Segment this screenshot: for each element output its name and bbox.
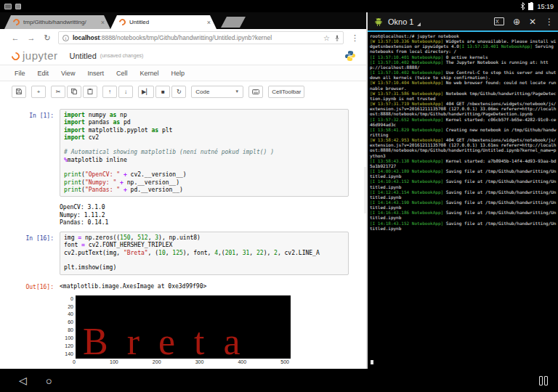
terminal-header: Okno 1 X ⊕ ✕ ⋮	[368, 12, 558, 32]
notebook-cells-area: In [1]: import numpy as npimport pandas …	[0, 102, 366, 369]
interrupt-kernel-button[interactable]: ■	[155, 86, 170, 98]
terminal-window: Okno 1 X ⊕ ✕ ⋮ root@localhost:/# jupyter…	[368, 12, 558, 369]
stdout-text: OpenCV: 3.1.0Numpy: 1.11.2Pandas: 0.14.1	[60, 202, 349, 226]
jupyter-notebook-page: jupyter Untitled (unsaved changes) FileE…	[0, 46, 366, 369]
chevron-down-icon: ▼	[235, 89, 239, 94]
notification-app-icon	[15, 4, 21, 9]
special-keys-icon[interactable]: X	[494, 17, 504, 25]
y-tick-label: 60	[60, 319, 73, 327]
text-line: [I 14:12:43.154 NotebookApp] Saving file…	[370, 189, 558, 200]
cell-type-dropdown[interactable]: Code ▼	[191, 86, 243, 98]
code-input[interactable]: img = np.zeros((150, 512, 3), np.uint8)f…	[60, 232, 349, 274]
menu-item[interactable]: File	[15, 70, 25, 77]
bookmark-star-icon[interactable]: ☆	[323, 34, 330, 42]
terminal-output[interactable]: root@localhost:/# jupyter notebook[W 13:…	[368, 32, 558, 354]
url-bar[interactable]: i localhost:8888/notebooks/tmp/Github/ha…	[58, 31, 344, 44]
y-tick-label: 140	[60, 351, 73, 359]
x-tick-label: 300	[195, 359, 204, 365]
x-tick-label: 100	[110, 359, 118, 365]
text-line: import cv2	[64, 134, 344, 142]
input-prompt: In [16]:	[0, 232, 60, 274]
menu-item[interactable]: Insert	[87, 70, 104, 77]
android-screen: 15:19 tmp/Github/handwritting/ × Untitle…	[0, 0, 558, 392]
window-selector[interactable]: Okno 1	[388, 17, 421, 26]
status-clock: 15:19	[537, 3, 554, 10]
python-logo-icon	[344, 50, 356, 62]
page-scrollbar[interactable]	[364, 167, 366, 213]
cell-1-output: OpenCV: 3.1.0Numpy: 1.11.2Pandas: 0.14.1	[0, 202, 349, 226]
insert-cell-button[interactable]: +	[31, 86, 46, 98]
code-input[interactable]: import numpy as npimport pandas as pdimp…	[60, 109, 349, 197]
close-window-icon[interactable]: ✕	[529, 17, 536, 27]
new-tab-button[interactable]	[221, 17, 246, 28]
menu-item[interactable]: Cell	[116, 70, 128, 77]
text-line: %matplotlib inline	[64, 157, 344, 164]
text-line: [I 14:10:43.152 NotebookApp] Saving file…	[370, 179, 558, 189]
url-text: localhost:8888/notebooks/tmp/Github/hand…	[73, 34, 319, 41]
copy-cell-button[interactable]	[67, 86, 81, 98]
cell-2-output: Out[16]: <matplotlib.image.AxesImage at …	[0, 280, 349, 291]
notebook-title[interactable]: Untitled	[70, 52, 97, 60]
text-line: root@localhost:/# jupyter notebook	[370, 33, 558, 38]
stdout-line: Pandas: 0.14.1	[60, 219, 349, 226]
jupyter-logo[interactable]: jupyter	[12, 49, 58, 62]
text-line: [I 13:57:10.401 NotebookApp] 0 active ke…	[370, 54, 558, 60]
stdout-line: OpenCV: 3.1.0	[60, 204, 349, 211]
cell-2-plot-output: 020406080100120140 Breta 010020030040050…	[0, 293, 349, 365]
y-tick-label: 0	[60, 295, 73, 303]
text-line: [I 13:57:10.402 NotebookApp] Use Control…	[370, 70, 558, 80]
tab-handwritting[interactable]: tmp/Github/handwritting/ ×	[4, 15, 110, 29]
code-cell-2[interactable]: In [16]: img = np.zeros((150, 512, 3), n…	[0, 232, 349, 274]
forward-icon[interactable]: →	[23, 33, 39, 42]
y-tick-label: 80	[60, 327, 73, 335]
text-line: print("Pandas: " + pd.__version__)	[64, 187, 344, 194]
browser-menu-icon[interactable]: ⋮	[348, 33, 362, 43]
x-axis-ticks: 0100200300400500	[73, 359, 291, 365]
notification-screenshot-icon	[4, 4, 12, 9]
text-line: import matplotlib.pyplot as plt	[64, 127, 344, 134]
text-line: [W 13:57:31.586 NotebookApp] Notebook tm…	[370, 91, 558, 101]
move-cell-up-button[interactable]: ↑	[102, 86, 117, 98]
text-line: [I 14:18:43.152 NotebookApp] Saving file…	[370, 221, 558, 231]
rendered-text: Breta	[83, 320, 259, 359]
chrome-browser-window: tmp/Github/handwritting/ × Untitled × ← …	[0, 12, 366, 369]
text-line: [I 14:00:43.189 NotebookApp] Saving file…	[370, 168, 558, 179]
menu-item[interactable]: Edit	[38, 70, 49, 77]
text-line: [W 13:57:10.336 NotebookApp] Widgets are…	[370, 38, 558, 54]
menu-item[interactable]: View	[61, 70, 75, 77]
notebook-menubar: FileEditViewInsertCellKernelHelp	[0, 65, 366, 81]
new-window-icon[interactable]: ⊕	[513, 17, 520, 27]
stdout-line: Numpy: 1.11.2	[60, 212, 349, 219]
back-nav-icon[interactable]: ◁	[19, 375, 27, 386]
battery-icon	[528, 3, 533, 10]
text-line: [I 14:14:43.190 NotebookApp] Saving file…	[370, 200, 558, 210]
save-button[interactable]	[12, 86, 26, 98]
notebook-header: jupyter Untitled (unsaved changes)	[0, 46, 366, 65]
home-nav-icon[interactable]: ○	[46, 375, 52, 387]
split-screen-icon[interactable]	[539, 376, 548, 385]
android-robot-icon	[373, 17, 384, 27]
back-icon[interactable]: ←	[7, 33, 23, 42]
restart-kernel-button[interactable]: ↻	[171, 86, 186, 98]
celltoolbar-button[interactable]: CellToolbar	[268, 86, 304, 98]
move-cell-down-button[interactable]: ↓	[118, 86, 133, 98]
menu-item[interactable]: Kernel	[140, 70, 158, 77]
tab-untitled[interactable]: Untitled ×	[110, 15, 217, 29]
jupyter-favicon	[118, 17, 127, 27]
paste-cell-button[interactable]	[83, 86, 97, 98]
command-palette-button[interactable]	[248, 86, 263, 98]
tab-close-icon[interactable]: ×	[100, 19, 106, 26]
y-axis-ticks: 020406080100120140	[60, 295, 76, 359]
text-line: [I 14:16:43.186 NotebookApp] Saving file…	[370, 210, 558, 220]
overflow-menu-icon[interactable]: ⋮	[545, 17, 554, 27]
text-line	[64, 142, 344, 149]
menu-item[interactable]: Help	[171, 70, 185, 77]
text-line	[64, 257, 344, 264]
voice-search-icon[interactable]	[335, 35, 339, 41]
cut-cell-button[interactable]: ✂	[51, 86, 65, 98]
reload-icon[interactable]: ↻	[39, 33, 55, 43]
code-cell-1[interactable]: In [1]: import numpy as npimport pandas …	[0, 109, 349, 197]
run-cell-button[interactable]: ▶▏	[138, 86, 154, 98]
page-info-icon[interactable]: i	[62, 35, 69, 41]
tab-close-icon[interactable]: ×	[206, 19, 212, 26]
